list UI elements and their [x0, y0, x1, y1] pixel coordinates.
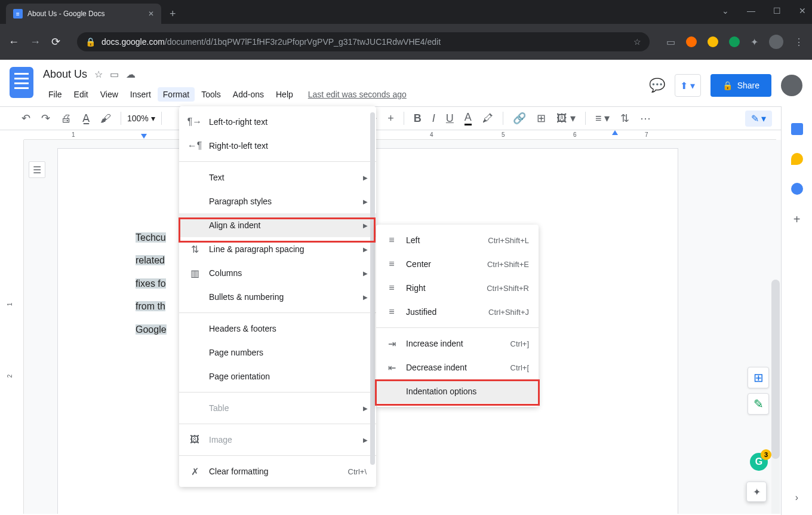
highlight-button[interactable]: 🖍 — [479, 110, 497, 127]
explore-button[interactable]: ✦ — [746, 482, 767, 502]
last-edit-link[interactable]: Last edit was seconds ago — [308, 90, 407, 99]
menuitem-decrease-indent[interactable]: ⇤ Decrease indent Ctrl+[ — [376, 355, 539, 379]
back-button[interactable]: ← — [8, 36, 19, 48]
text-color-button[interactable]: A — [461, 109, 475, 128]
docs-logo-icon[interactable] — [10, 67, 33, 98]
paint-format-button[interactable]: 🖌 — [97, 110, 115, 127]
menu-format[interactable]: Format — [158, 87, 195, 102]
separator — [179, 455, 376, 456]
keep-app-icon[interactable] — [791, 153, 803, 165]
minimize-icon[interactable]: — — [747, 6, 755, 16]
menuitem-headers-footers[interactable]: Headers & footers — [179, 317, 376, 341]
menuitem-table[interactable]: Table ▶ — [179, 396, 376, 420]
menu-edit[interactable]: Edit — [69, 87, 94, 102]
menuitem-text[interactable]: Text ▶ — [179, 165, 376, 189]
separator — [376, 327, 539, 328]
undo-button[interactable]: ↶ — [18, 109, 34, 127]
expand-side-panel-icon[interactable]: › — [795, 492, 798, 503]
comments-history-icon[interactable]: 💬 — [649, 78, 665, 93]
editing-mode-button[interactable]: ✎ ▾ — [745, 111, 772, 127]
star-bookmark-icon[interactable]: ☆ — [633, 37, 641, 47]
zoom-selector[interactable]: 100% ▾ — [127, 114, 155, 123]
redo-button[interactable]: ↷ — [38, 109, 54, 127]
line-spacing-button[interactable]: ⇅ — [617, 109, 633, 127]
insert-link-button[interactable]: 🔗 — [509, 109, 530, 127]
underline-button[interactable]: U — [442, 110, 457, 127]
extensions-puzzle-icon[interactable]: ✦ — [751, 36, 758, 48]
close-tab-icon[interactable]: ✕ — [148, 10, 154, 18]
forward-button[interactable]: → — [30, 36, 41, 48]
spellcheck-button[interactable]: A̲ — [79, 109, 93, 127]
align-button[interactable]: ≡ ▾ — [592, 109, 614, 127]
right-indent-marker[interactable] — [612, 130, 618, 135]
menuitem-align-indent[interactable]: Align & indent ▶ — [179, 213, 376, 237]
browser-menu-icon[interactable]: ⋮ — [794, 36, 804, 48]
url-input[interactable]: 🔒 docs.google.com/document/d/1bqPW7lF1fH… — [77, 32, 650, 51]
menu-help[interactable]: Help — [270, 87, 299, 102]
insert-comment-button[interactable]: ⊞ — [533, 109, 549, 127]
menuitem-line-spacing[interactable]: ⇅ Line & paragraph spacing ▶ — [179, 237, 376, 261]
scrollbar-thumb[interactable] — [370, 112, 375, 465]
menuitem-image[interactable]: 🖼 Image ▶ — [179, 428, 376, 452]
present-button[interactable]: ⬆ ▾ — [675, 74, 701, 97]
vertical-scrollbar[interactable] — [771, 280, 780, 514]
tasks-app-icon[interactable] — [791, 183, 803, 195]
reload-button[interactable]: ⟳ — [51, 35, 60, 48]
italic-button[interactable]: I — [429, 110, 439, 127]
add-comment-button[interactable]: ⊞ — [748, 367, 769, 388]
insert-image-button[interactable]: 🖼 ▾ — [553, 109, 579, 127]
menuitem-page-orientation[interactable]: Page orientation — [179, 364, 376, 388]
document-outline-button[interactable]: ☰ — [29, 161, 45, 178]
profile-avatar-icon[interactable] — [769, 35, 783, 49]
menu-insert[interactable]: Insert — [125, 87, 156, 102]
menuitem-ltr[interactable]: ¶→ Left-to-right text — [179, 110, 376, 134]
window-dropdown-icon[interactable]: ⌄ — [722, 6, 729, 16]
maximize-icon[interactable]: ☐ — [773, 6, 781, 16]
menu-view[interactable]: View — [95, 87, 124, 102]
menuitem-page-numbers[interactable]: Page numbers — [179, 341, 376, 364]
star-icon[interactable]: ☆ — [94, 69, 103, 80]
menuitem-columns[interactable]: ▥ Columns ▶ — [179, 261, 376, 285]
print-button[interactable]: 🖨 — [57, 110, 75, 127]
first-line-indent-marker[interactable] — [141, 134, 147, 139]
document-title[interactable]: About Us — [43, 68, 87, 81]
horizontal-ruler[interactable]: 1 4 5 6 7 — [24, 130, 776, 140]
close-window-icon[interactable]: ✕ — [799, 6, 806, 16]
menuitem-clear-formatting[interactable]: ✗ Clear formatting Ctrl+\ — [179, 459, 376, 483]
menuitem-increase-indent[interactable]: ⇥ Increase indent Ctrl+] — [376, 332, 539, 355]
more-button[interactable]: ⋯ — [636, 109, 654, 127]
menuitem-align-left[interactable]: ≡ Left Ctrl+Shift+L — [376, 228, 539, 252]
scrollbar-thumb[interactable] — [771, 280, 780, 459]
extension-icon[interactable] — [708, 36, 718, 47]
shortcut-label: Ctrl+Shift+E — [487, 260, 529, 269]
vertical-ruler[interactable]: 1 2 — [0, 140, 24, 514]
share-button[interactable]: 🔒 Share — [710, 74, 771, 97]
menuitem-bullets-numbering[interactable]: Bullets & numbering ▶ — [179, 285, 376, 309]
menu-addons[interactable]: Add-ons — [227, 87, 269, 102]
extension-icon[interactable] — [729, 36, 740, 47]
ruler-tick: 5 — [502, 131, 505, 138]
menuitem-align-justified[interactable]: ≡ Justified Ctrl+Shift+J — [376, 300, 539, 324]
account-avatar[interactable] — [781, 75, 802, 96]
calendar-app-icon[interactable] — [791, 123, 803, 135]
increase-indent-icon: ⇥ — [386, 338, 398, 350]
extension-icon[interactable]: ▭ — [666, 36, 675, 48]
add-app-icon[interactable]: + — [793, 213, 801, 226]
extension-icon[interactable] — [686, 36, 697, 47]
increase-font-button[interactable]: + — [384, 110, 398, 127]
move-icon[interactable]: ▭ — [110, 69, 119, 80]
menu-file[interactable]: File — [43, 87, 67, 102]
grammarly-button[interactable]: G3 — [750, 453, 768, 471]
browser-tab[interactable]: ≡ About Us - Google Docs ✕ — [6, 4, 161, 24]
bold-button[interactable]: B — [410, 110, 425, 127]
cloud-status-icon[interactable]: ☁ — [126, 69, 136, 80]
menuitem-align-right[interactable]: ≡ Right Ctrl+Shift+R — [376, 276, 539, 300]
suggest-edits-button[interactable]: ✎ — [748, 393, 769, 415]
menuitem-align-center[interactable]: ≡ Center Ctrl+Shift+E — [376, 252, 539, 276]
new-tab-button[interactable]: + — [170, 8, 176, 20]
menuitem-paragraph-styles[interactable]: Paragraph styles ▶ — [179, 189, 376, 213]
menu-scrollbar[interactable] — [370, 110, 375, 480]
menuitem-indentation-options[interactable]: Indentation options — [376, 379, 539, 403]
menuitem-rtl[interactable]: ←¶ Right-to-left text — [179, 134, 376, 158]
menu-tools[interactable]: Tools — [196, 87, 226, 102]
